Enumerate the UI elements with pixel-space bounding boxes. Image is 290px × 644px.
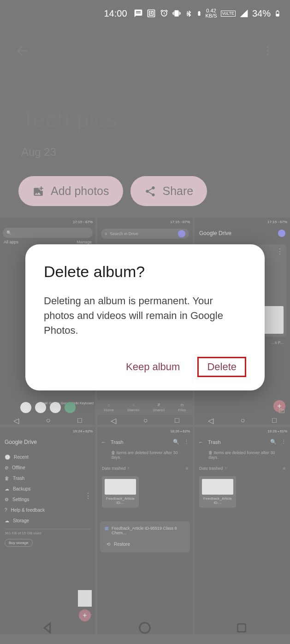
more-options-button[interactable] <box>259 41 277 60</box>
photo-thumbnail[interactable]: 19:28 •61% ←Trash🔍⋮ 🗑 Items are deleted … <box>195 427 290 634</box>
nav-home-button[interactable] <box>136 619 154 637</box>
add-photos-label: Add photos <box>51 184 109 198</box>
data-rate: 0.42KB/S <box>206 8 217 18</box>
album-toolbar <box>0 37 290 65</box>
delete-album-dialog: Delete album? Deleting an album is perma… <box>25 244 265 390</box>
bluetooth-icon <box>184 9 193 18</box>
delete-button[interactable]: Delete <box>197 357 246 377</box>
battery-full-icon <box>196 9 202 18</box>
album-title: Tech pics <box>21 106 117 133</box>
svg-rect-2 <box>277 11 278 11</box>
nfc-icon <box>147 9 156 18</box>
album-header: Tech pics Aug 23 <box>21 106 117 159</box>
svg-point-4 <box>267 50 269 52</box>
svg-point-5 <box>267 53 269 56</box>
battery-percent: 34% <box>252 8 271 19</box>
album-date: Aug 23 <box>21 146 117 159</box>
volte-badge: VoLTE <box>221 11 236 17</box>
dialog-title: Delete album? <box>44 263 246 281</box>
keep-album-button[interactable]: Keep album <box>119 356 186 378</box>
status-time: 14:00 <box>104 8 127 19</box>
svg-rect-7 <box>237 624 245 632</box>
back-button[interactable] <box>13 41 31 60</box>
share-button[interactable]: Share <box>130 176 207 206</box>
add-photos-button[interactable]: Add photos <box>18 176 123 206</box>
battery-icon <box>274 8 281 18</box>
svg-point-6 <box>140 623 150 633</box>
svg-rect-1 <box>276 14 279 16</box>
photo-thumbnail[interactable]: 19:24 •62% Google Drive 🕘Recent ⊘Offline… <box>0 427 95 634</box>
alarm-icon <box>160 9 169 18</box>
signal-icon <box>239 9 249 18</box>
status-bar: 14:00 0.42KB/S VoLTE 34% <box>0 0 290 27</box>
share-label: Share <box>163 184 194 198</box>
dialog-body: Deleting an album is permanent. Your pho… <box>44 294 246 338</box>
album-actions: Add photos Share <box>18 176 207 206</box>
nav-recent-button[interactable] <box>232 619 251 637</box>
vibrate-icon <box>172 9 181 18</box>
svg-point-3 <box>267 46 269 48</box>
nav-back-button[interactable] <box>39 619 58 637</box>
message-icon <box>134 9 143 18</box>
system-nav-bar <box>0 612 290 644</box>
photo-thumbnail[interactable]: 18:26 •62% ←Trash🔍⋮ 🗑 Items are deleted … <box>97 427 193 634</box>
